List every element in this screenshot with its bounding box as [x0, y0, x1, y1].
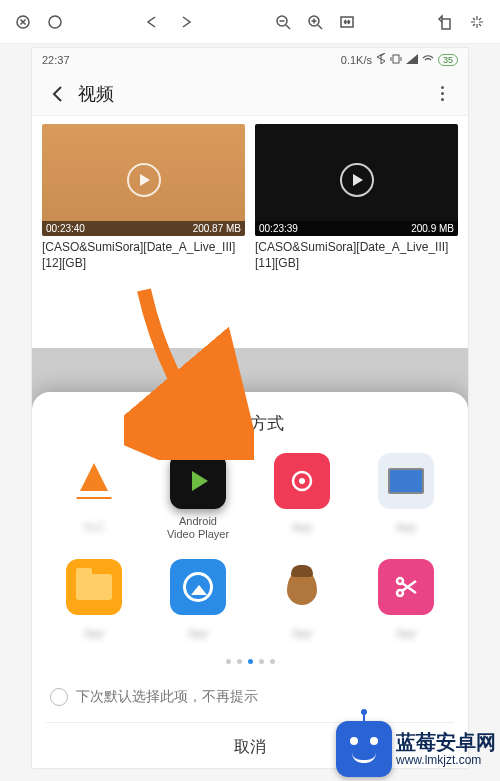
zoom-out-icon[interactable]: [270, 9, 296, 35]
checkbox-icon[interactable]: [50, 688, 68, 706]
play-icon: [127, 163, 161, 197]
scissors-icon: [378, 559, 434, 615]
zoom-in-icon[interactable]: [302, 9, 328, 35]
page-indicator: [46, 659, 454, 664]
app-label: App: [292, 515, 312, 541]
app-vlc[interactable]: VLC: [46, 453, 142, 541]
app-pc[interactable]: App: [358, 453, 454, 541]
fit-width-icon[interactable]: [334, 9, 360, 35]
app-label: App: [292, 621, 312, 647]
outer-toolbar: [0, 0, 500, 44]
video-thumbnail: 00:23:39 200.9 MB: [255, 124, 458, 236]
status-bar: 22:37 0.1K/s 35: [32, 48, 468, 72]
video-size: 200.87 MB: [193, 223, 241, 234]
app-label: App: [84, 621, 104, 647]
app-clip[interactable]: App: [358, 559, 454, 647]
video-size: 200.9 MB: [411, 223, 454, 234]
overflow-menu[interactable]: [428, 80, 456, 108]
video-thumbnail: 00:23:40 200.87 MB: [42, 124, 245, 236]
vlc-icon: [66, 453, 122, 509]
battery-icon: 35: [438, 54, 458, 66]
signal-icon: [406, 54, 418, 66]
status-net: 0.1K/s: [341, 54, 372, 66]
back-arrow-icon[interactable]: [140, 9, 166, 35]
app-folder[interactable]: App: [46, 559, 142, 647]
video-title: [CASO&SumiSora][Date_A_Live_III][12][GB]: [42, 240, 245, 271]
svg-rect-5: [442, 19, 450, 29]
app-label: App: [188, 621, 208, 647]
watermark: 蓝莓安卓网 www.lmkjzt.com: [336, 721, 496, 777]
page-title: 视频: [78, 82, 114, 106]
svg-point-1: [49, 16, 61, 28]
pc-icon: [378, 453, 434, 509]
back-button[interactable]: [44, 80, 72, 108]
app-label: VLC: [83, 515, 104, 541]
sparkle-icon[interactable]: [464, 9, 490, 35]
svg-rect-6: [393, 55, 399, 63]
play-icon: [340, 163, 374, 197]
rotate-icon[interactable]: [432, 9, 458, 35]
app-grid: VLC Android Video Player App App App: [46, 453, 454, 647]
watermark-url: www.lmkjzt.com: [396, 754, 496, 766]
video-title: [CASO&SumiSora][Date_A_Live_III][11][GB]: [255, 240, 458, 271]
app-label: Android Video Player: [167, 515, 229, 541]
video-gallery: 00:23:40 200.87 MB [CASO&SumiSora][Date_…: [32, 116, 468, 279]
video-item[interactable]: 00:23:40 200.87 MB [CASO&SumiSora][Date_…: [42, 124, 245, 271]
app-label: App: [396, 621, 416, 647]
forward-arrow-icon[interactable]: [172, 9, 198, 35]
wifi-icon: [422, 54, 434, 66]
remember-choice-row[interactable]: 下次默认选择此项，不再提示: [46, 680, 454, 723]
android-video-player-icon: [170, 453, 226, 509]
status-time: 22:37: [42, 54, 70, 66]
gallery-icon: [170, 559, 226, 615]
inshot-icon: [274, 453, 330, 509]
remember-choice-label: 下次默认选择此项，不再提示: [76, 688, 258, 706]
svg-point-8: [299, 478, 305, 484]
app-label: App: [396, 515, 416, 541]
vibrate-icon: [390, 54, 402, 66]
app-inshot[interactable]: App: [254, 453, 350, 541]
close-icon[interactable]: [10, 9, 36, 35]
video-duration: 00:23:39: [259, 223, 298, 234]
stop-icon[interactable]: [42, 9, 68, 35]
watermark-logo: [336, 721, 392, 777]
app-bar: 视频: [32, 72, 468, 116]
more-icon: [441, 86, 444, 101]
nut-icon: [274, 559, 330, 615]
app-gallery[interactable]: App: [150, 559, 246, 647]
app-android-video-player[interactable]: Android Video Player: [150, 453, 246, 541]
folder-icon: [66, 559, 122, 615]
phone-frame: 22:37 0.1K/s 35 视频: [32, 48, 468, 768]
watermark-title: 蓝莓安卓网: [396, 732, 496, 752]
sheet-title: 打开方式: [46, 412, 454, 435]
app-nut[interactable]: App: [254, 559, 350, 647]
video-item[interactable]: 00:23:39 200.9 MB [CASO&SumiSora][Date_A…: [255, 124, 458, 271]
bluetooth-icon: [376, 53, 386, 67]
video-duration: 00:23:40: [46, 223, 85, 234]
open-with-sheet: 打开方式 VLC Android Video Player App App: [32, 392, 468, 768]
